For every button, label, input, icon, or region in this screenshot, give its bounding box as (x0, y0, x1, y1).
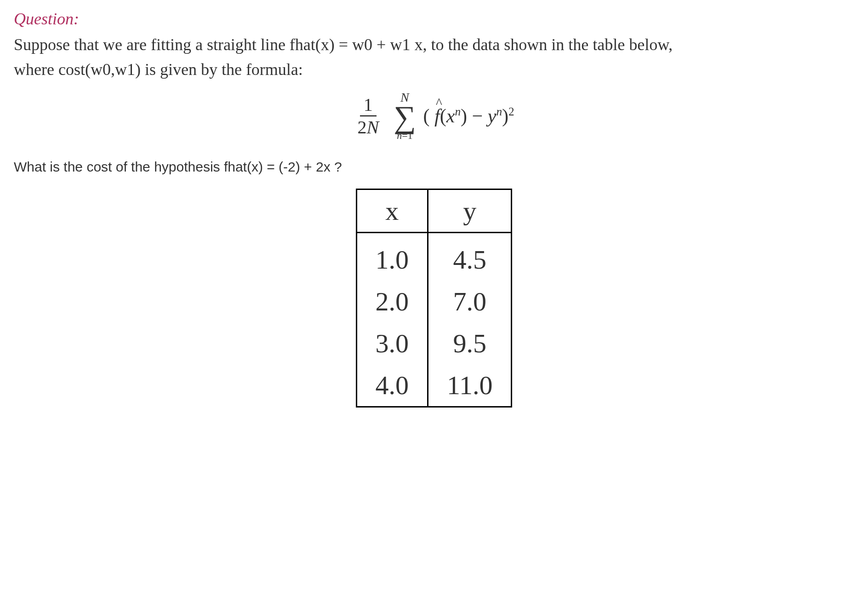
question-text-line2: where cost(w0,w1) is given by the formul… (14, 60, 303, 79)
table-row: 3.0 9.5 (356, 322, 512, 364)
data-table: x y 1.0 4.5 2.0 7.0 3.0 9.5 (356, 189, 513, 408)
sub-question: What is the cost of the hypothesis fhat(… (14, 159, 854, 175)
cell-x: 3.0 (356, 322, 428, 364)
cell-y: 4.5 (428, 239, 512, 281)
column-header-y: y (428, 189, 512, 232)
table-header-row: x y (356, 189, 512, 232)
question-text: Suppose that we are fitting a straight l… (14, 32, 854, 82)
formula-body: ( f^(xn) − yn)2 (423, 105, 514, 127)
cell-x: 1.0 (356, 239, 428, 281)
table-spacer (356, 232, 512, 239)
fraction: 1 2N (354, 94, 383, 138)
cell-x: 4.0 (356, 364, 428, 407)
column-header-x: x (356, 189, 428, 232)
sigma-symbol: ∑ (394, 104, 416, 131)
cost-formula: 1 2N N ∑ n=1 ( f^(xn) − yn)2 (354, 91, 514, 141)
sigma-lower: n=1 (397, 131, 412, 141)
cell-y: 7.0 (428, 281, 512, 322)
data-table-container: x y 1.0 4.5 2.0 7.0 3.0 9.5 (14, 189, 854, 409)
sigma: N ∑ n=1 (394, 91, 416, 141)
fraction-denominator: 2N (354, 116, 383, 138)
cell-y: 9.5 (428, 322, 512, 364)
question-text-line1: Suppose that we are fitting a straight l… (14, 35, 673, 54)
table-row: 2.0 7.0 (356, 281, 512, 322)
table-row: 1.0 4.5 (356, 239, 512, 281)
fraction-numerator: 1 (360, 94, 377, 116)
formula-container: 1 2N N ∑ n=1 ( f^(xn) − yn)2 (14, 91, 854, 141)
cell-x: 2.0 (356, 281, 428, 322)
table-row: 4.0 11.0 (356, 364, 512, 407)
cell-y: 11.0 (428, 364, 512, 407)
question-label: Question: (14, 9, 854, 29)
